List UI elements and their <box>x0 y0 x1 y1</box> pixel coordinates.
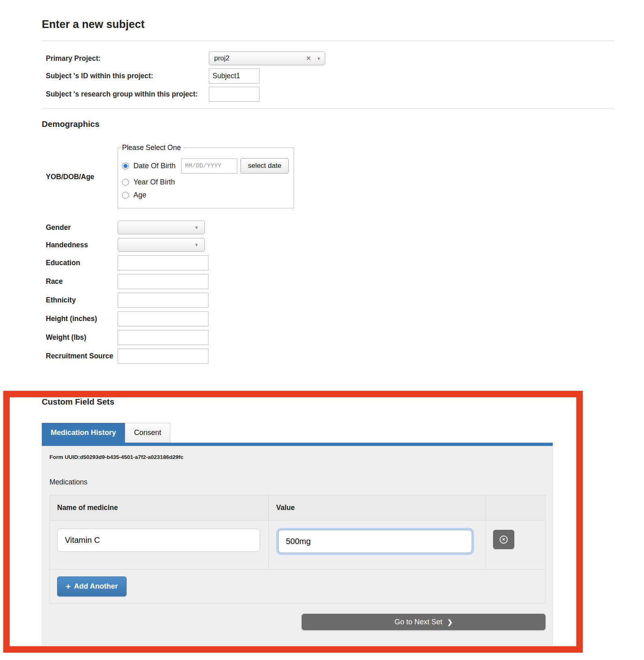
divider <box>42 108 614 109</box>
height-label: Height (inches) <box>42 315 118 323</box>
yob-dob-age-row: YOB/DOB/Age Please Select One Date Of Bi… <box>42 144 614 208</box>
yob-dob-age-label: YOB/DOB/Age <box>42 144 118 208</box>
weight-row: Weight (lbs) <box>42 330 614 345</box>
year-of-birth-radio[interactable] <box>122 179 129 186</box>
page-content: Enter a new subject Primary Project: pro… <box>42 0 614 645</box>
height-row: Height (inches) <box>42 311 614 326</box>
table-row: ✕ <box>50 521 545 570</box>
medications-label: Medications <box>49 478 545 486</box>
subject-id-row: Subject 's ID within this project: <box>42 69 614 84</box>
medication-history-panel: Form UUID:d50293d9-b435-4501-a7f2-a02318… <box>42 446 553 645</box>
chevron-right-icon: ❯ <box>447 618 453 626</box>
year-of-birth-label: Year Of Birth <box>133 178 175 186</box>
race-row: Race <box>42 274 614 289</box>
handedness-select[interactable]: ▼ <box>118 238 205 252</box>
research-group-row: Subject 's research group within this pr… <box>42 87 614 102</box>
race-input[interactable] <box>118 274 208 289</box>
age-radio[interactable] <box>122 192 129 199</box>
active-tab-bar <box>42 443 553 446</box>
subject-form: Primary Project: proj2 ✕ ▼ Subject 's ID… <box>42 51 614 102</box>
age-option-row: Age <box>122 191 294 199</box>
primary-project-value: proj2 <box>214 54 306 62</box>
gender-select[interactable]: ▼ <box>118 221 205 234</box>
row-actions-cell: ✕ <box>486 521 545 569</box>
primary-project-label: Primary Project: <box>42 54 209 63</box>
handedness-row: Handedness ▼ <box>42 238 614 252</box>
education-input[interactable] <box>118 255 208 270</box>
go-to-next-set-label: Go to Next Set <box>395 618 442 626</box>
race-label: Race <box>42 277 118 286</box>
custom-field-sets-heading: Custom Field Sets <box>42 397 614 407</box>
chevron-down-icon: ▼ <box>194 242 199 247</box>
ethnicity-label: Ethnicity <box>42 296 118 304</box>
research-group-label: Subject 's research group within this pr… <box>42 90 209 99</box>
education-row: Education <box>42 255 614 270</box>
height-input[interactable] <box>118 311 208 326</box>
form-uuid-text: Form UUID:d50293d9-b435-4501-a7f2-a02318… <box>49 454 545 460</box>
education-label: Education <box>42 259 118 267</box>
remove-row-button[interactable]: ✕ <box>493 530 514 549</box>
select-date-button[interactable]: select date <box>240 158 289 174</box>
subject-id-label: Subject 's ID within this project: <box>42 72 209 80</box>
fieldset-legend: Please Select One <box>122 144 183 152</box>
please-select-one-fieldset: Please Select One Date Of Birth select d… <box>118 144 294 208</box>
medications-table: Name of medicine Value ✕ <box>49 495 545 604</box>
primary-project-select[interactable]: proj2 ✕ ▼ <box>209 51 325 65</box>
recruitment-source-input[interactable] <box>118 349 208 364</box>
chevron-down-icon: ▼ <box>194 225 199 230</box>
divider <box>42 41 614 41</box>
medicine-value-input[interactable] <box>278 530 472 553</box>
medications-table-footer: + Add Another <box>50 570 545 603</box>
custom-field-sets-section: Custom Field Sets Medication History Con… <box>42 397 614 645</box>
medications-table-header: Name of medicine Value <box>50 495 545 521</box>
year-of-birth-option-row: Year Of Birth <box>122 178 294 186</box>
column-header-value: Value <box>269 495 486 520</box>
recruitment-source-label: Recruitment Source <box>42 352 118 360</box>
age-label: Age <box>133 191 146 199</box>
remove-row-icon: ✕ <box>500 536 508 544</box>
research-group-input[interactable] <box>209 87 260 102</box>
medicine-name-input[interactable] <box>57 529 260 552</box>
field-set-tabs: Medication History Consent <box>42 423 614 443</box>
recruitment-source-row: Recruitment Source <box>42 349 614 364</box>
weight-label: Weight (lbs) <box>42 333 118 342</box>
add-another-button[interactable]: + Add Another <box>57 576 127 596</box>
gender-label: Gender <box>42 223 118 232</box>
date-of-birth-input[interactable] <box>181 159 237 174</box>
medicine-value-cell <box>269 521 486 569</box>
add-another-label: Add Another <box>74 582 118 591</box>
primary-project-row: Primary Project: proj2 ✕ ▼ <box>42 51 614 65</box>
medicine-name-cell <box>50 521 269 569</box>
weight-input[interactable] <box>118 330 208 345</box>
date-of-birth-label: Date Of Birth <box>133 162 176 170</box>
date-of-birth-option-row: Date Of Birth select date <box>122 158 294 174</box>
gender-row: Gender ▼ <box>42 221 614 234</box>
plus-icon: + <box>66 582 71 591</box>
subject-id-input[interactable] <box>209 69 260 84</box>
demographics-heading: Demographics <box>42 119 614 129</box>
page-title: Enter a new subject <box>42 0 614 31</box>
next-set-row: Go to Next Set ❯ <box>49 614 545 630</box>
tab-medication-history[interactable]: Medication History <box>42 423 125 443</box>
tab-consent[interactable]: Consent <box>125 423 170 443</box>
go-to-next-set-button[interactable]: Go to Next Set ❯ <box>302 614 545 630</box>
ethnicity-row: Ethnicity <box>42 293 614 308</box>
column-header-actions <box>486 495 545 520</box>
date-of-birth-radio[interactable] <box>122 163 129 169</box>
ethnicity-input[interactable] <box>118 293 208 308</box>
handedness-label: Handedness <box>42 241 118 249</box>
clear-selection-icon[interactable]: ✕ <box>306 55 311 62</box>
chevron-down-icon: ▼ <box>317 56 321 61</box>
column-header-name: Name of medicine <box>50 495 269 520</box>
